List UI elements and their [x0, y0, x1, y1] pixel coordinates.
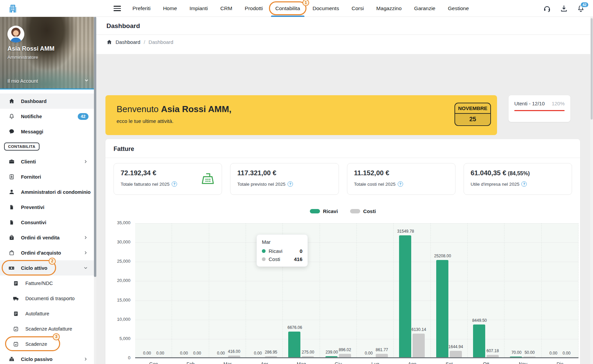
nav-item-magazzino[interactable]: Magazzino	[376, 0, 402, 17]
sidebar-item-scadenze-autofatture[interactable]: Scadenze Autofatture	[0, 321, 94, 336]
sidebar-item-dashboard[interactable]: Dashboard	[0, 94, 94, 109]
bar-label-ricavi: 0.00	[217, 351, 225, 356]
nav-item-crm[interactable]: CRM	[220, 0, 232, 17]
user-icon	[8, 189, 15, 196]
sidebar-item-autofatture[interactable]: Autofatture	[0, 306, 94, 321]
y-tick-label: 5,000	[119, 336, 130, 341]
sidebar-item-label: Fatture/NDC	[25, 281, 53, 286]
chevron-right-icon[interactable]	[83, 159, 89, 164]
sidebar-item-ciclo-passivo[interactable]: Ciclo passivo	[0, 352, 94, 364]
nav-item-corsi[interactable]: Corsi	[351, 0, 364, 17]
chart-column-set: 25208.001644.94	[431, 223, 468, 357]
legend-swatch	[350, 209, 360, 213]
app-logo-building-icon[interactable]	[8, 4, 18, 13]
help-icon[interactable]	[288, 181, 293, 187]
notifications-bell-icon[interactable]: 42	[577, 4, 585, 12]
welcome-user-name: Asia Rossi AMM,	[161, 104, 232, 114]
chevron-right-icon[interactable]	[83, 250, 89, 256]
nav-item-prodotti[interactable]: Prodotti	[245, 0, 263, 17]
x-tick-label-ott: Ott	[468, 358, 504, 364]
hamburger-menu-icon[interactable]	[114, 6, 121, 11]
calendar-day: 25	[455, 114, 490, 125]
page-title: Dashboard	[96, 17, 593, 30]
sidebar-item-label: Preventivi	[21, 205, 44, 210]
profile-role: Amministratore	[7, 55, 38, 60]
nav-item-garanzie[interactable]: Garanzie	[414, 0, 436, 17]
tooltip-row-costi: Costi416	[262, 256, 302, 262]
stat-value: 117.321,00 €	[237, 169, 331, 177]
breadcrumb-home-icon[interactable]	[106, 39, 112, 45]
nav-item-documents[interactable]: Documents	[313, 0, 339, 17]
users-quota-progress-bar	[514, 110, 565, 111]
welcome-banner: Benvenuto Asia Rossi AMM, ecco le tue ul…	[105, 95, 497, 135]
chevron-down-icon[interactable]	[83, 265, 89, 271]
bar-label-costi: 0.00	[193, 351, 201, 356]
nav-item-label: CRM	[220, 5, 232, 11]
bar-costi	[413, 334, 425, 357]
nav-item-contabilita[interactable]: Contabilita1	[275, 0, 300, 17]
chevron-right-icon[interactable]	[83, 235, 89, 240]
nav-item-impianti[interactable]: Impianti	[190, 0, 208, 17]
page-scrollbar-thumb[interactable]	[591, 18, 593, 120]
bar-label-costi: 6130.14	[412, 327, 426, 332]
chart-column-feb: 0.000.00	[172, 223, 209, 357]
nav-item-gestione[interactable]: Gestione	[448, 0, 469, 17]
bar-label-costi: 50.00	[524, 350, 535, 355]
nav-item-home[interactable]: Home	[163, 0, 177, 17]
legend-label: Costi	[363, 208, 376, 214]
legend-item-ricavi[interactable]: Ricavi	[310, 208, 338, 214]
sidebar-item-amministratori-di-condominio[interactable]: Amministratori di condominio	[0, 184, 94, 200]
help-icon[interactable]	[398, 181, 403, 187]
bar-label-costi: 896.02	[339, 347, 351, 352]
avatar[interactable]	[7, 26, 24, 43]
sidebar-item-scadenze[interactable]: Scadenze3	[0, 336, 94, 352]
bar-ricavi	[473, 324, 485, 357]
truck-icon	[13, 295, 19, 302]
sidebar-item-fornitori[interactable]: Fornitori	[0, 169, 94, 184]
stat-card-3: 11.152,00 €Totale costi nel 2025	[347, 163, 455, 195]
bar-label-costi: 1644.94	[448, 344, 463, 349]
sidebar-scrollbar[interactable]	[94, 17, 96, 364]
nav-item-label: Documents	[313, 5, 339, 11]
sidebar-item-ciclo-attivo[interactable]: Ciclo attivo2	[0, 260, 94, 276]
sidebar-scrollbar-thumb[interactable]	[94, 17, 96, 277]
chevron-right-icon[interactable]	[83, 357, 89, 362]
sidebar-item-ordini-di-vendita[interactable]: Ordini di vendita	[0, 230, 94, 245]
sidebar-item-clienti[interactable]: Clienti	[0, 154, 94, 169]
chat-icon	[8, 128, 15, 135]
sidebar-item-fatture-ndc[interactable]: Fatture/NDC	[0, 276, 94, 291]
users-quota-percent: 120%	[552, 101, 565, 106]
breadcrumb-root[interactable]: Dashboard	[116, 39, 140, 45]
sidebar-item-messaggi[interactable]: Messaggi	[0, 124, 94, 139]
sidebar-item-notifiche[interactable]: Notifiche42	[0, 109, 94, 124]
chevron-down-icon[interactable]	[84, 78, 89, 83]
legend-item-costi[interactable]: Costi	[350, 208, 376, 214]
tooltip-row-label: Ricavi	[269, 248, 297, 254]
top-nav: PreferitiHomeImpiantiCRMProdottiContabil…	[132, 0, 469, 17]
sidebar-item-consuntivi[interactable]: Consuntivi	[0, 215, 94, 230]
nav-item-label: Gestione	[448, 5, 469, 11]
app-root: PreferitiHomeImpiantiCRMProdottiContabil…	[0, 0, 593, 364]
sidebar-item-preventivi[interactable]: Preventivi	[0, 200, 94, 215]
invoice-icon	[13, 310, 19, 317]
topbar: PreferitiHomeImpiantiCRMProdottiContabil…	[0, 0, 593, 17]
nav-item-label: Impianti	[190, 5, 208, 11]
support-headset-icon[interactable]	[543, 4, 551, 12]
profile-header: Asia Rossi AMM Amministratore Il mio Acc…	[0, 17, 94, 89]
nav-item-preferiti[interactable]: Preferiti	[132, 0, 150, 17]
page-scrollbar[interactable]	[590, 17, 593, 364]
sidebar-item-documenti-di-trasporto[interactable]: Documenti di trasporto	[0, 291, 94, 306]
sidebar-item-label: Amministratori di condominio	[21, 189, 91, 195]
fatture-title: Fatture	[105, 139, 580, 158]
chart-x-axis: GenFebMarAprMagGiuLugAgoSetOttNovDic	[135, 358, 578, 364]
sidebar-item-ordini-d-acquisto[interactable]: Ordini d'acquisto	[0, 245, 94, 260]
fatture-stats-row: 72.192,34 €Totale fatturato nel 2025117.…	[114, 163, 572, 195]
my-account-link[interactable]: Il mio Account	[7, 78, 38, 84]
help-icon[interactable]	[172, 181, 177, 187]
chart-tooltip: Mar Ricavi0Costi416	[256, 234, 308, 267]
help-icon[interactable]	[521, 181, 527, 187]
chart-column-nov: 70.0050.00	[504, 223, 541, 357]
bar-costi	[228, 356, 240, 357]
chart-y-axis: 05,00010,00015,00020,00025,00030,00035,0…	[105, 223, 135, 358]
download-icon[interactable]	[560, 4, 568, 12]
